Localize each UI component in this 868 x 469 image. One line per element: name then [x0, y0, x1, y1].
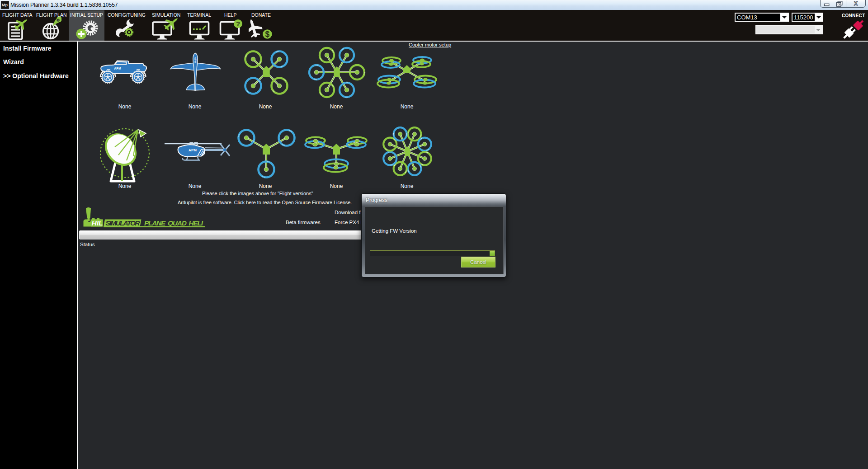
svg-text:APM: APM: [189, 148, 197, 152]
svg-text:$: $: [265, 30, 269, 39]
svg-text:APM: APM: [194, 57, 197, 63]
svg-text:HIL: HIL: [92, 219, 103, 227]
svg-text:PLANE QUAD HELI: PLANE QUAD HELI: [144, 219, 203, 227]
svg-text:X: X: [854, 0, 858, 7]
svg-text:APM: APM: [114, 67, 121, 70]
svg-text:SIMULATOR: SIMULATOR: [106, 219, 141, 227]
svg-text:?: ?: [236, 20, 240, 28]
